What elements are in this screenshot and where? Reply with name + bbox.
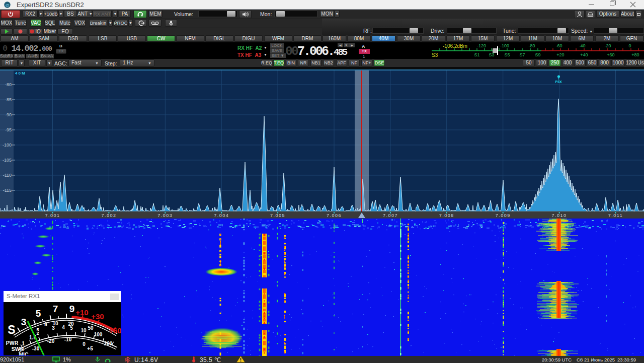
svg-text:@: @ [5, 3, 9, 8]
svg-text:3: 3 [21, 317, 27, 327]
svg-text:+10: +10 [75, 308, 88, 317]
svg-text:7.005: 7.005 [270, 213, 285, 218]
svg-text:-30: -30 [32, 346, 40, 351]
svg-text:+20: +20 [556, 52, 564, 57]
svg-text:50: 50 [88, 325, 94, 331]
svg-text:+60: +60 [607, 52, 614, 57]
svg-text:7: 7 [53, 304, 58, 314]
svg-text:-90: -90 [5, 112, 12, 117]
svg-text:S9: S9 [535, 52, 540, 57]
svg-text:S7: S7 [519, 52, 525, 57]
svg-text:5: 5 [36, 308, 41, 319]
svg-text:9: 9 [69, 304, 75, 314]
svg-text:40M: 40M [15, 71, 26, 76]
svg-text:PWR: PWR [6, 340, 19, 346]
svg-text:200: 200 [104, 341, 113, 346]
svg-text:8: 8 [44, 322, 47, 327]
svg-text:MIC: MIC [19, 351, 29, 355]
svg-text:7.007: 7.007 [383, 213, 398, 218]
svg-text:+80: +80 [631, 52, 639, 57]
svg-text:-85: -85 [5, 97, 12, 102]
svg-text:0: 0 [83, 341, 86, 347]
svg-text:-20: -20 [604, 43, 611, 48]
svg-text:-20: -20 [47, 338, 55, 344]
svg-text:S5: S5 [504, 52, 510, 57]
svg-text:-80: -80 [5, 82, 12, 87]
svg-text:-95: -95 [5, 127, 12, 132]
svg-text:7.011: 7.011 [608, 213, 623, 218]
svg-text:-10: -10 [64, 337, 72, 342]
svg-text:+40: +40 [580, 52, 588, 57]
svg-text:10: 10 [80, 328, 87, 333]
svg-text:-100: -100 [3, 142, 12, 148]
svg-text:S3: S3 [489, 52, 494, 57]
svg-text:7.001: 7.001 [45, 213, 60, 218]
svg-text:-80: -80 [528, 43, 535, 48]
svg-text:P3X: P3X [555, 80, 562, 84]
svg-text:7.006: 7.006 [327, 213, 342, 218]
svg-text:0: 0 [628, 43, 631, 48]
svg-text:7.010: 7.010 [552, 213, 567, 218]
svg-text:7.003: 7.003 [157, 213, 173, 218]
svg-text:+5: +5 [87, 346, 93, 351]
svg-text:S1: S1 [474, 52, 479, 57]
svg-text:7.002: 7.002 [101, 213, 116, 218]
svg-text:7.008: 7.008 [439, 213, 454, 218]
svg-text:4: 4 [62, 325, 65, 330]
svg-text:S: S [8, 323, 15, 336]
svg-text:7.009: 7.009 [496, 213, 511, 218]
svg-text:+60: +60 [109, 326, 121, 335]
svg-text:+30: +30 [91, 312, 104, 321]
svg-text:7.004: 7.004 [214, 213, 229, 218]
svg-text:100: 100 [94, 332, 103, 337]
svg-text:-110: -110 [3, 173, 12, 178]
svg-text:-105: -105 [3, 158, 12, 163]
svg-text:3: 3 [52, 325, 55, 331]
svg-text:-60: -60 [555, 43, 562, 48]
svg-text:-106.2dBm: -106.2dBm [443, 43, 467, 49]
svg-text:-120: -120 [477, 43, 486, 48]
svg-text:-40: -40 [579, 43, 585, 48]
svg-text:2: 2 [36, 331, 39, 336]
svg-text:-100: -100 [500, 43, 509, 48]
svg-text:-115: -115 [3, 188, 12, 193]
svg-text:5: 5 [70, 325, 73, 331]
svg-text:S3: S3 [432, 52, 438, 58]
